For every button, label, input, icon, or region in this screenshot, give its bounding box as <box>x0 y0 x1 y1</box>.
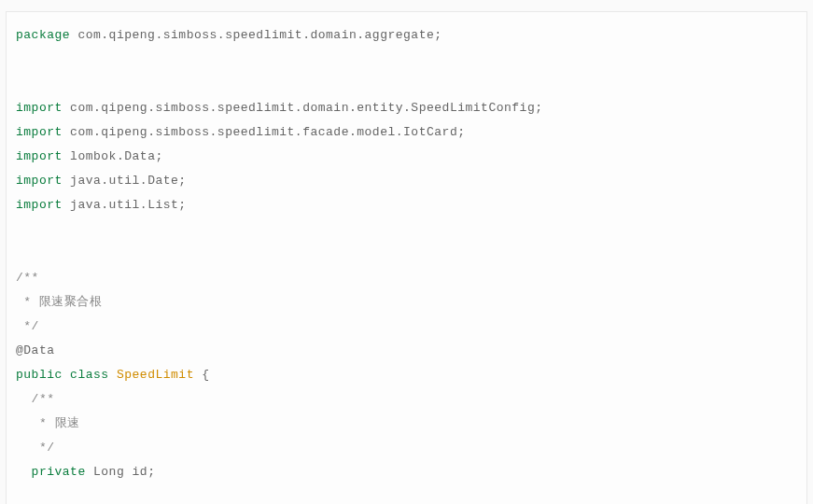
keyword-public: public <box>16 368 63 382</box>
code-line: import java.util.Date; <box>16 169 797 193</box>
comment-line: */ <box>16 315 797 339</box>
keyword-import: import <box>16 149 63 163</box>
code-line: import com.qipeng.simboss.speedlimit.fac… <box>16 120 797 145</box>
field-type: Long <box>86 465 125 479</box>
comment-line: */ <box>16 436 797 460</box>
comment-line: /** <box>16 387 797 412</box>
keyword-import: import <box>16 125 63 139</box>
keyword-import: import <box>16 198 63 212</box>
keyword-class: class <box>63 368 117 382</box>
blank-line <box>16 242 797 266</box>
code-line: import java.util.List; <box>16 193 797 217</box>
comment-line: * 限速 <box>16 412 797 436</box>
code-line: import com.qipeng.simboss.speedlimit.dom… <box>16 96 797 120</box>
blank-line <box>16 72 797 96</box>
import-path: com.qipeng.simboss.speedlimit.facade.mod… <box>63 125 466 139</box>
indent <box>16 465 32 479</box>
import-path: java.util.List; <box>63 198 187 212</box>
keyword-import: import <box>16 174 63 188</box>
code-line: package com.qipeng.simboss.speedlimit.do… <box>16 23 797 48</box>
field-name: id; <box>124 465 155 479</box>
code-line: import lombok.Data; <box>16 145 797 169</box>
class-declaration: public class SpeedLimit { <box>16 363 797 387</box>
code-block: package com.qipeng.simboss.speedlimit.do… <box>6 11 807 504</box>
import-path: lombok.Data; <box>63 149 163 163</box>
comment-line: * 限速聚合根 <box>16 290 797 315</box>
annotation: @Data <box>16 339 797 363</box>
import-path: com.qipeng.simboss.speedlimit.domain.ent… <box>63 101 543 115</box>
field-declaration: private Long id; <box>16 460 797 484</box>
package-path: com.qipeng.simboss.speedlimit.domain.agg… <box>70 28 442 42</box>
blank-line <box>16 217 797 242</box>
comment-line: /** <box>16 266 797 290</box>
class-name: SpeedLimit <box>117 368 194 382</box>
blank-line <box>16 48 797 72</box>
brace: { <box>194 368 210 382</box>
keyword-private: private <box>32 465 86 479</box>
keyword-import: import <box>16 101 63 115</box>
keyword-package: package <box>16 28 70 42</box>
import-path: java.util.Date; <box>63 174 187 188</box>
blank-line <box>16 484 797 504</box>
